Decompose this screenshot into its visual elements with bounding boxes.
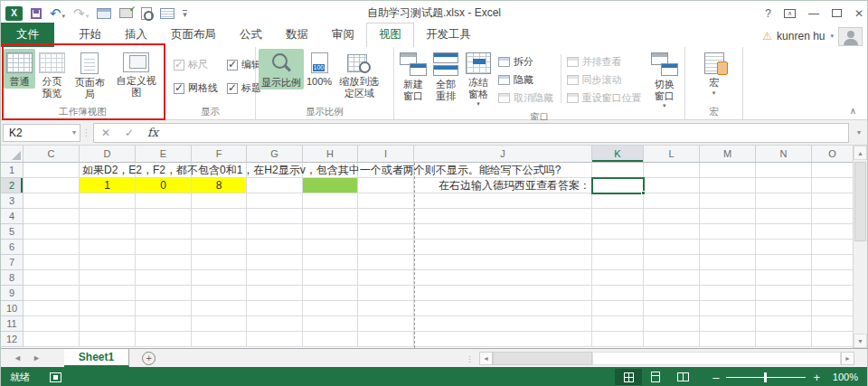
cell-E1[interactable] — [136, 163, 192, 178]
cell-O12[interactable] — [812, 332, 854, 347]
cell-J4[interactable] — [414, 209, 592, 224]
cell-I12[interactable] — [358, 332, 414, 347]
cell-E5[interactable] — [136, 224, 192, 240]
cell-I2[interactable] — [358, 178, 414, 193]
column-header-M[interactable]: M — [700, 146, 756, 163]
cell-K8[interactable] — [592, 270, 644, 286]
cell-H5[interactable] — [303, 224, 358, 240]
row-header-1[interactable]: 1 — [1, 163, 24, 178]
cell-N4[interactable] — [756, 209, 812, 224]
scroll-right-icon[interactable]: ► — [841, 352, 854, 365]
undo-dropdown-icon[interactable]: ▾ — [62, 13, 66, 19]
normal-view-button[interactable]: 普通 — [4, 49, 35, 89]
cell-G8[interactable] — [247, 270, 303, 286]
print-preview-icon[interactable] — [141, 7, 152, 20]
cell-C11[interactable] — [24, 316, 80, 332]
cell-C1[interactable] — [24, 163, 80, 178]
cell-O5[interactable] — [812, 224, 854, 240]
cell-I8[interactable] — [358, 270, 414, 286]
cell-J6[interactable] — [414, 240, 592, 255]
cell-H4[interactable] — [303, 209, 358, 224]
page-layout-shortcut[interactable] — [642, 369, 669, 385]
cell-J7[interactable] — [414, 255, 592, 270]
name-box-dropdown-icon[interactable]: ▾ — [72, 128, 76, 137]
cell-G12[interactable] — [247, 332, 303, 347]
cell-F11[interactable] — [192, 316, 247, 332]
cell-J11[interactable] — [414, 316, 592, 332]
cell-G5[interactable] — [247, 224, 303, 240]
horizontal-scroll-track[interactable] — [592, 352, 841, 365]
cell-E11[interactable] — [136, 316, 192, 332]
cell-C6[interactable] — [24, 240, 80, 255]
row-header-12[interactable]: 12 — [1, 332, 24, 347]
column-header-G[interactable]: G — [247, 146, 303, 163]
cell-G3[interactable] — [247, 193, 303, 209]
cell-E4[interactable] — [136, 209, 192, 224]
cell-F7[interactable] — [192, 255, 247, 270]
gridlines-checkbox[interactable]: 网格线 — [174, 81, 218, 95]
cell-D12[interactable] — [80, 332, 136, 347]
cell-D5[interactable] — [80, 224, 136, 240]
cell-H1[interactable] — [303, 163, 358, 178]
cell-F2[interactable]: 8 — [192, 178, 247, 193]
arrange-all-button[interactable]: 全部重排 — [429, 49, 462, 102]
cell-E8[interactable] — [136, 270, 192, 286]
sheet-prev-icon[interactable]: ◄ — [14, 353, 22, 362]
cell-H6[interactable] — [303, 240, 358, 255]
cell-J8[interactable] — [414, 270, 592, 286]
cell-H7[interactable] — [303, 255, 358, 270]
row-header-10[interactable]: 10 — [1, 301, 24, 316]
column-header-K[interactable]: K — [592, 146, 644, 163]
page-break-shortcut[interactable] — [669, 369, 696, 385]
cell-L10[interactable] — [644, 301, 700, 316]
cell-N3[interactable] — [756, 193, 812, 209]
user-area[interactable]: ⚠ kunren hu ▾ — [762, 26, 863, 46]
insert-function-icon[interactable]: fx — [141, 126, 165, 139]
cell-C12[interactable] — [24, 332, 80, 347]
column-header-F[interactable]: F — [192, 146, 247, 163]
page-break-preview-button[interactable]: 分页预览 — [35, 49, 69, 99]
cell-K7[interactable] — [592, 255, 644, 270]
cell-H11[interactable] — [303, 316, 358, 332]
new-sheet-icon[interactable]: + — [142, 352, 156, 365]
cell-M12[interactable] — [700, 332, 756, 347]
cell-I5[interactable] — [358, 224, 414, 240]
cell-I11[interactable] — [358, 316, 414, 332]
cell-C5[interactable] — [24, 224, 80, 240]
cell-G11[interactable] — [247, 316, 303, 332]
column-header-E[interactable]: E — [136, 146, 192, 163]
cell-O7[interactable] — [812, 255, 854, 270]
row-header-2[interactable]: 2 — [1, 178, 24, 193]
cell-K5[interactable] — [592, 224, 644, 240]
switch-windows-button[interactable]: 切换窗口▾ — [647, 49, 682, 110]
column-header-J[interactable]: J — [414, 146, 592, 163]
column-header-D[interactable]: D — [80, 146, 136, 163]
close-button[interactable]: ✕ — [854, 7, 863, 20]
tab-home[interactable]: 开始 — [67, 24, 113, 47]
row-header-3[interactable]: 3 — [1, 193, 24, 209]
column-header-C[interactable]: C — [24, 146, 80, 163]
cell-D8[interactable] — [80, 270, 136, 286]
cell-L5[interactable] — [644, 224, 700, 240]
cell-F3[interactable] — [192, 193, 247, 209]
cell-K12[interactable] — [592, 332, 644, 347]
cell-H12[interactable] — [303, 332, 358, 347]
cell-C4[interactable] — [24, 209, 80, 224]
cell-G10[interactable] — [247, 301, 303, 316]
tab-review[interactable]: 审阅 — [320, 24, 366, 47]
cell-K1[interactable] — [592, 163, 644, 178]
customize-qat-icon[interactable]: ▾ — [183, 10, 187, 17]
cell-I6[interactable] — [358, 240, 414, 255]
cell-I3[interactable] — [358, 193, 414, 209]
row-header-8[interactable]: 8 — [1, 270, 24, 286]
cell-E2[interactable]: 0 — [136, 178, 192, 193]
cell-O8[interactable] — [812, 270, 854, 286]
cell-F9[interactable] — [192, 286, 247, 301]
fill-handle[interactable] — [641, 191, 646, 195]
undo-button[interactable]: ↶▾ — [50, 5, 65, 22]
zoom-to-selection-button[interactable]: 缩放到选定区域 — [335, 49, 383, 99]
formula-input[interactable] — [165, 124, 848, 142]
cell-E10[interactable] — [136, 301, 192, 316]
help-button[interactable]: ? — [765, 7, 771, 20]
cell-N7[interactable] — [756, 255, 812, 270]
